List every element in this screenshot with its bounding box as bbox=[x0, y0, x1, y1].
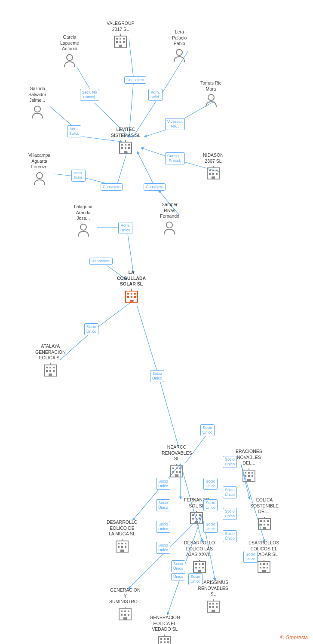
diagram-container: VALEGROUP2017 SL GarciaLapuenteAntonio L… bbox=[0, 0, 313, 644]
svg-rect-34 bbox=[116, 38, 118, 39]
svg-rect-158 bbox=[209, 603, 211, 605]
node-clarissimus: CLARISSIMUSRENOVABLESSL bbox=[198, 580, 228, 614]
badge-socio-unico13: SocioÚnico bbox=[223, 530, 237, 542]
badge-socio-unico15: SocioÚnico bbox=[171, 560, 185, 572]
svg-rect-72 bbox=[131, 296, 132, 298]
svg-rect-51 bbox=[125, 147, 126, 149]
svg-rect-142 bbox=[267, 563, 268, 565]
svg-rect-48 bbox=[125, 144, 126, 146]
svg-rect-50 bbox=[121, 147, 123, 149]
svg-line-22 bbox=[137, 305, 159, 378]
svg-rect-118 bbox=[267, 524, 269, 526]
node-samper: SamperRivasFernando bbox=[160, 202, 179, 236]
svg-rect-116 bbox=[260, 524, 262, 526]
svg-rect-137 bbox=[198, 570, 201, 573]
badge-socio-unico10: SocioÚnico bbox=[223, 508, 237, 520]
svg-rect-134 bbox=[195, 567, 197, 568]
svg-rect-68 bbox=[127, 293, 129, 295]
building-icon-generacion-sum bbox=[117, 606, 133, 622]
svg-rect-171 bbox=[164, 641, 166, 643]
svg-rect-79 bbox=[53, 367, 55, 368]
svg-rect-35 bbox=[120, 38, 121, 39]
svg-rect-89 bbox=[172, 471, 174, 473]
label-desarrollo-ajas: DESARROLLOEOLICO LASAJAS XXVI... bbox=[184, 540, 215, 558]
label-lera: LeraPalacioPablo bbox=[172, 29, 187, 47]
svg-rect-83 bbox=[49, 374, 52, 376]
person-icon-villacampa bbox=[33, 171, 46, 187]
badge-adm-solid2: Adm.Solid. bbox=[67, 125, 81, 137]
building-icon-valegroup bbox=[113, 33, 128, 49]
building-icon-levitec bbox=[118, 140, 133, 155]
badge-socio-unico11: SocioÚnico bbox=[156, 521, 170, 533]
node-tomas: Tomas RicMara bbox=[200, 80, 221, 109]
label-cogullada: LACOGULLADASOLAR SL bbox=[117, 270, 146, 287]
svg-rect-145 bbox=[267, 567, 268, 568]
label-villacampa: VillacampaAguartaLorenzo bbox=[28, 152, 50, 170]
building-icon-cogullada bbox=[124, 289, 139, 304]
svg-rect-150 bbox=[124, 611, 126, 612]
badge-adm-solid1: Adm.Solid. bbox=[148, 89, 163, 101]
svg-rect-162 bbox=[212, 606, 214, 608]
svg-rect-133 bbox=[202, 563, 204, 565]
badge-consejero1: Consejero bbox=[124, 76, 146, 84]
node-generacion-ved: GENERACIONEOLICA ELVEDADO SL bbox=[150, 615, 180, 644]
svg-rect-49 bbox=[128, 144, 130, 146]
badge-adm-unico1: Adm.Único bbox=[118, 222, 132, 234]
node-lalaguna: LalagunaArandaJose... bbox=[74, 204, 92, 238]
svg-rect-101 bbox=[247, 479, 251, 481]
svg-rect-69 bbox=[131, 293, 132, 295]
svg-rect-81 bbox=[49, 370, 51, 372]
label-atalaya: ATALAYAGENERACIONEOLICA SL bbox=[35, 343, 66, 361]
building-icon-fernandosol bbox=[189, 510, 204, 526]
svg-rect-80 bbox=[46, 370, 48, 372]
svg-rect-52 bbox=[128, 147, 130, 149]
badge-socio-unico17: SocioÚnico bbox=[188, 573, 203, 585]
svg-rect-164 bbox=[212, 610, 215, 612]
svg-rect-39 bbox=[123, 41, 125, 43]
svg-rect-56 bbox=[209, 170, 211, 171]
svg-rect-105 bbox=[196, 514, 197, 516]
label-valegroup: VALEGROUP2017 SL bbox=[107, 21, 135, 32]
svg-rect-159 bbox=[212, 603, 214, 605]
svg-rect-135 bbox=[199, 567, 200, 568]
person-icon-galindo bbox=[31, 105, 44, 120]
badge-socio-unico7: SocioÚnico bbox=[223, 486, 237, 498]
svg-rect-149 bbox=[121, 611, 123, 612]
label-samper: SamperRivasFernando bbox=[160, 202, 179, 219]
node-atalaya: ATALAYAGENERACIONEOLICA SL bbox=[35, 343, 66, 378]
svg-rect-74 bbox=[130, 300, 133, 302]
svg-rect-47 bbox=[121, 144, 123, 146]
node-desarrollo-ajas: DESARROLLOEOLICO LASAJAS XXVI... bbox=[184, 540, 215, 574]
badge-socio-unico18: SocioÚnico bbox=[243, 551, 258, 563]
svg-rect-109 bbox=[199, 518, 201, 519]
svg-rect-126 bbox=[121, 546, 123, 548]
svg-rect-154 bbox=[128, 614, 129, 616]
svg-rect-78 bbox=[49, 367, 51, 368]
node-levitec: LEVITECSISTEMAS SL bbox=[111, 127, 141, 155]
svg-rect-169 bbox=[167, 638, 169, 640]
svg-point-43 bbox=[176, 49, 182, 55]
svg-rect-127 bbox=[125, 546, 126, 548]
svg-point-64 bbox=[37, 173, 43, 179]
badge-socio-unico3: SocioÚnico bbox=[200, 424, 215, 436]
svg-rect-61 bbox=[216, 173, 218, 175]
badge-socio-unico6: SocioÚnico bbox=[203, 478, 218, 490]
svg-rect-92 bbox=[175, 474, 178, 477]
building-icon-generacion-ved bbox=[157, 634, 172, 644]
svg-rect-110 bbox=[195, 521, 198, 524]
svg-rect-132 bbox=[199, 563, 200, 565]
badge-consejero2: Consejero bbox=[101, 183, 123, 191]
svg-rect-141 bbox=[263, 563, 265, 565]
node-generacion-sum: GENERACIONYSUMINISTRO... bbox=[109, 587, 141, 622]
svg-rect-115 bbox=[267, 520, 269, 522]
building-icon-desarrollo-ajas bbox=[192, 559, 207, 574]
svg-point-42 bbox=[67, 55, 73, 61]
svg-rect-143 bbox=[260, 567, 261, 568]
svg-rect-140 bbox=[260, 563, 261, 565]
svg-rect-57 bbox=[212, 170, 214, 171]
svg-rect-155 bbox=[123, 617, 127, 620]
badge-vicesecr: Vicesecr.No... bbox=[165, 118, 185, 130]
badge-socio-unico12: SocioÚnico bbox=[203, 521, 218, 533]
svg-rect-97 bbox=[252, 472, 253, 474]
label-levitec: LEVITECSISTEMAS SL bbox=[111, 127, 141, 138]
